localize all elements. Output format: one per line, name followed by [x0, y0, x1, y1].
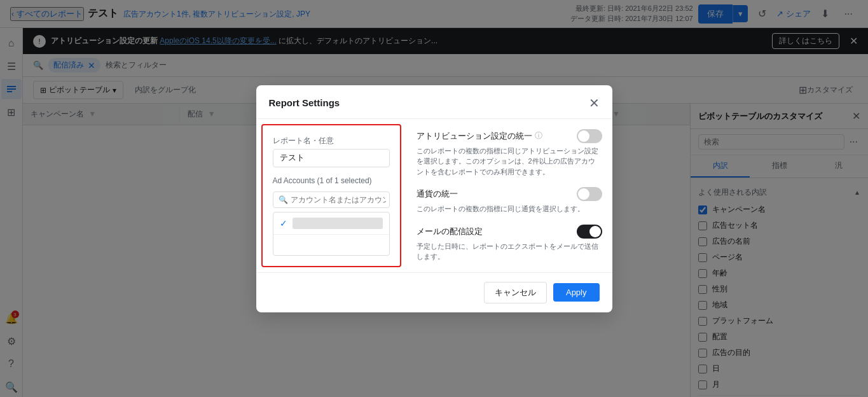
- report-settings-dialog: Report Settings ✕ レポート名・任意 Ad Accounts (…: [256, 85, 612, 312]
- ad-accounts-label: Ad Accounts (1 of 1 selected): [273, 176, 390, 185]
- report-name-field: レポート名・任意: [273, 136, 390, 167]
- email-setting: メールの配信設定 予定した日時に、レポートのエクスポートをメールで送信します。: [417, 225, 602, 262]
- currency-label-text: 通貨の統一: [417, 188, 458, 200]
- currency-header: 通貨の統一: [417, 187, 602, 201]
- cancel-button[interactable]: キャンセル: [484, 282, 547, 303]
- attribution-header: アトリビューション設定の統一 ⓘ: [417, 129, 602, 143]
- currency-desc: このレポートの複数の指標に同じ通貨を選択します。: [417, 204, 602, 214]
- attribution-info-icon[interactable]: ⓘ: [535, 130, 542, 141]
- currency-setting: 通貨の統一 このレポートの複数の指標に同じ通貨を選択します。: [417, 187, 602, 214]
- dialog-footer: キャンセル Apply: [256, 272, 612, 312]
- account-item[interactable]: ✓: [273, 212, 389, 235]
- attribution-label: アトリビューション設定の統一 ⓘ: [417, 130, 542, 142]
- ad-accounts-field: Ad Accounts (1 of 1 selected) 🔍 ✓: [273, 176, 390, 256]
- account-search-icon: 🔍: [279, 195, 288, 204]
- email-toggle-slider: [577, 225, 602, 239]
- dialog-header: Report Settings ✕: [256, 85, 612, 119]
- attribution-toggle[interactable]: [577, 129, 602, 143]
- dialog-close-button[interactable]: ✕: [589, 95, 600, 111]
- currency-toggle[interactable]: [577, 187, 602, 201]
- report-name-input[interactable]: [273, 149, 390, 167]
- email-label: メールの配信設定: [417, 226, 483, 237]
- account-search-input[interactable]: [291, 195, 386, 204]
- currency-toggle-slider: [577, 187, 602, 201]
- account-search-wrap: 🔍: [273, 192, 390, 208]
- modal-overlay[interactable]: Report Settings ✕ レポート名・任意 Ad Accounts (…: [0, 0, 868, 397]
- attribution-toggle-slider: [577, 129, 602, 143]
- account-name-placeholder: [293, 218, 383, 229]
- email-desc: 予定した日時に、レポートのエクスポートをメールで送信します。: [417, 241, 602, 262]
- currency-label: 通貨の統一: [417, 188, 458, 200]
- report-name-label: レポート名・任意: [273, 136, 390, 146]
- dialog-body: レポート名・任意 Ad Accounts (1 of 1 selected) 🔍…: [256, 119, 612, 272]
- attribution-label-text: アトリビューション設定の統一: [417, 130, 532, 142]
- attribution-setting: アトリビューション設定の統一 ⓘ このレポートの複数の指標に同じアトリビューショ…: [417, 129, 602, 178]
- dialog-right-section: アトリビューション設定の統一 ⓘ このレポートの複数の指標に同じアトリビューショ…: [406, 119, 612, 272]
- account-check-icon: ✓: [280, 218, 287, 228]
- email-header: メールの配信設定: [417, 225, 602, 239]
- dialog-left-section: レポート名・任意 Ad Accounts (1 of 1 selected) 🔍…: [261, 124, 401, 267]
- dialog-title: Report Settings: [269, 97, 340, 108]
- account-list: ✓: [273, 212, 390, 256]
- apply-button[interactable]: Apply: [553, 283, 600, 302]
- email-toggle[interactable]: [577, 225, 602, 239]
- attribution-desc: このレポートの複数の指標に同じアトリビューション設定を選択します。このオプション…: [417, 146, 602, 178]
- email-label-text: メールの配信設定: [417, 226, 483, 237]
